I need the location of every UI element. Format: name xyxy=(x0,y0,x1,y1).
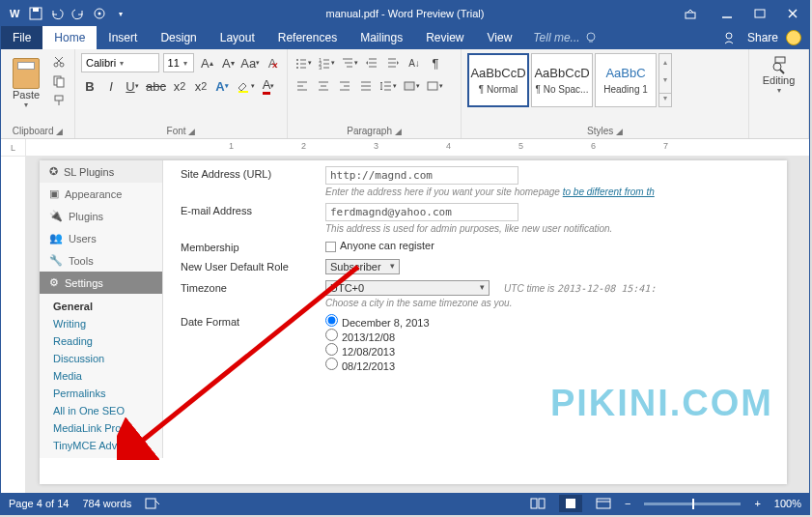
siteaddr-input[interactable]: http://magnd.com xyxy=(325,166,518,185)
subscript-button[interactable]: x2 xyxy=(171,76,188,96)
find-icon[interactable] xyxy=(769,53,790,74)
style-heading-1[interactable]: AaBbC Heading 1 xyxy=(595,53,657,107)
copy-icon[interactable] xyxy=(49,72,69,90)
line-spacing-icon[interactable]: ▾ xyxy=(378,76,398,96)
font-color-icon[interactable]: A▾ xyxy=(260,76,277,96)
borders-icon[interactable]: ▾ xyxy=(425,76,444,96)
page-indicator[interactable]: Page 4 of 14 xyxy=(9,498,69,509)
read-mode-icon[interactable] xyxy=(530,497,546,510)
feedback-smiley-icon[interactable] xyxy=(786,30,801,45)
submenu-discussion[interactable]: Discussion xyxy=(49,350,162,367)
sidebar-item-users[interactable]: 👥Users xyxy=(40,227,162,249)
style-no-spacing[interactable]: AaBbCcD ¶ No Spac... xyxy=(531,53,593,107)
print-layout-icon[interactable] xyxy=(559,495,582,512)
change-case-icon[interactable]: Aa▾ xyxy=(240,53,260,72)
ribbon-options-icon[interactable] xyxy=(674,1,707,26)
df-radio-2[interactable] xyxy=(325,343,338,356)
sort-icon[interactable]: A↓ xyxy=(406,53,423,72)
zoom-level[interactable]: 100% xyxy=(774,498,801,509)
submenu-tinymce[interactable]: TinyMCE Advanced xyxy=(49,437,162,454)
increase-indent-icon[interactable] xyxy=(384,53,402,72)
tab-layout[interactable]: Layout xyxy=(209,26,266,49)
document-page[interactable]: ✪SL Plugins ▣Appearance 🔌Plugins 👥Users … xyxy=(40,160,787,484)
word-count[interactable]: 784 words xyxy=(82,498,131,509)
sidebar-item-sl-plugins[interactable]: ✪SL Plugins xyxy=(40,160,162,183)
align-right-icon[interactable] xyxy=(336,76,353,96)
zoom-out-button[interactable]: − xyxy=(625,498,630,509)
tell-me-box[interactable]: Tell me... xyxy=(533,26,597,49)
df-radio-3[interactable] xyxy=(325,358,338,370)
font-name-combo[interactable]: Calibri▾ xyxy=(81,53,159,72)
vertical-ruler[interactable] xyxy=(1,157,26,493)
submenu-allinoneseo[interactable]: All in One SEO xyxy=(49,402,162,419)
bullets-icon[interactable]: ▾ xyxy=(294,53,313,72)
submenu-reading[interactable]: Reading xyxy=(49,332,162,350)
font-launcher-icon[interactable]: ◢ xyxy=(188,127,195,136)
role-select[interactable]: Subscriber xyxy=(325,259,400,274)
df-radio-1[interactable] xyxy=(325,329,338,341)
styles-gallery-expand[interactable]: ▴ ▾ ▾ xyxy=(658,53,672,107)
align-left-icon[interactable] xyxy=(294,76,311,96)
submenu-medialinkpro[interactable]: MediaLink Pro xyxy=(49,419,162,437)
account-icon[interactable] xyxy=(724,31,740,44)
submenu-general[interactable]: General xyxy=(49,298,162,315)
tab-references[interactable]: References xyxy=(266,26,349,49)
tab-mailings[interactable]: Mailings xyxy=(349,26,414,49)
share-button[interactable]: Share xyxy=(747,31,778,44)
superscript-button[interactable]: x2 xyxy=(192,76,210,96)
tab-insert[interactable]: Insert xyxy=(97,26,149,49)
zoom-in-button[interactable]: + xyxy=(754,498,760,509)
sidebar-item-plugins[interactable]: 🔌Plugins xyxy=(40,205,162,227)
underline-button[interactable]: U▾ xyxy=(124,76,141,96)
horizontal-ruler[interactable]: 1 2 3 4 5 6 7 xyxy=(26,139,809,156)
submenu-writing[interactable]: Writing xyxy=(49,315,162,332)
spellcheck-icon[interactable] xyxy=(145,497,160,510)
save-icon[interactable] xyxy=(28,6,43,21)
zoom-slider[interactable] xyxy=(644,503,741,505)
text-effects-icon[interactable]: A▾ xyxy=(213,76,231,96)
submenu-media[interactable]: Media xyxy=(49,367,162,385)
sidebar-item-tools[interactable]: 🔧Tools xyxy=(40,249,162,272)
shrink-font-icon[interactable]: A▾ xyxy=(219,53,237,72)
clipboard-launcher-icon[interactable]: ◢ xyxy=(56,127,63,136)
cut-icon[interactable] xyxy=(49,53,69,71)
styles-launcher-icon[interactable]: ◢ xyxy=(616,127,623,136)
maximize-button[interactable] xyxy=(743,1,776,26)
submenu-permalinks[interactable]: Permalinks xyxy=(49,385,162,402)
redo-icon[interactable] xyxy=(70,6,86,21)
justify-icon[interactable] xyxy=(357,76,375,96)
format-painter-icon[interactable] xyxy=(49,92,69,109)
shading-icon[interactable]: ▾ xyxy=(402,76,421,96)
paste-button[interactable]: Paste ▾ xyxy=(7,58,45,109)
grow-font-icon[interactable]: A▴ xyxy=(198,53,215,72)
touch-mode-icon[interactable] xyxy=(92,6,107,21)
paragraph-launcher-icon[interactable]: ◢ xyxy=(395,127,402,136)
align-center-icon[interactable] xyxy=(315,76,332,96)
tab-review[interactable]: Review xyxy=(414,26,475,49)
email-input[interactable]: ferdmagnd@yahoo.com xyxy=(325,203,518,221)
font-size-combo[interactable]: 11▾ xyxy=(163,53,195,72)
decrease-indent-icon[interactable] xyxy=(363,53,380,72)
tz-select[interactable]: UTC+0 xyxy=(325,280,490,296)
highlight-icon[interactable]: ▾ xyxy=(235,76,256,96)
bold-button[interactable]: B xyxy=(81,76,98,96)
undo-icon[interactable] xyxy=(49,6,65,21)
membership-checkbox[interactable] xyxy=(325,242,336,252)
tab-file[interactable]: File xyxy=(1,26,42,49)
df-radio-0[interactable] xyxy=(325,314,338,327)
numbering-icon[interactable]: 123▾ xyxy=(317,53,336,72)
strikethrough-button[interactable]: abc xyxy=(145,76,167,96)
show-marks-icon[interactable]: ¶ xyxy=(427,53,444,72)
sidebar-item-settings[interactable]: ⚙Settings xyxy=(40,272,162,294)
web-layout-icon[interactable] xyxy=(596,497,611,510)
clear-formatting-icon[interactable]: A✕ xyxy=(264,53,281,72)
minimize-button[interactable] xyxy=(711,1,743,26)
italic-button[interactable]: I xyxy=(102,76,120,96)
tab-home[interactable]: Home xyxy=(42,26,97,49)
tab-design[interactable]: Design xyxy=(149,26,208,49)
close-button[interactable] xyxy=(776,1,809,26)
qat-dropdown-icon[interactable]: ▾ xyxy=(113,6,128,21)
siteaddr-hint-link[interactable]: to be different from th xyxy=(563,187,655,197)
style-normal[interactable]: AaBbCcD ¶ Normal xyxy=(467,53,529,107)
sidebar-item-appearance[interactable]: ▣Appearance xyxy=(40,183,162,205)
